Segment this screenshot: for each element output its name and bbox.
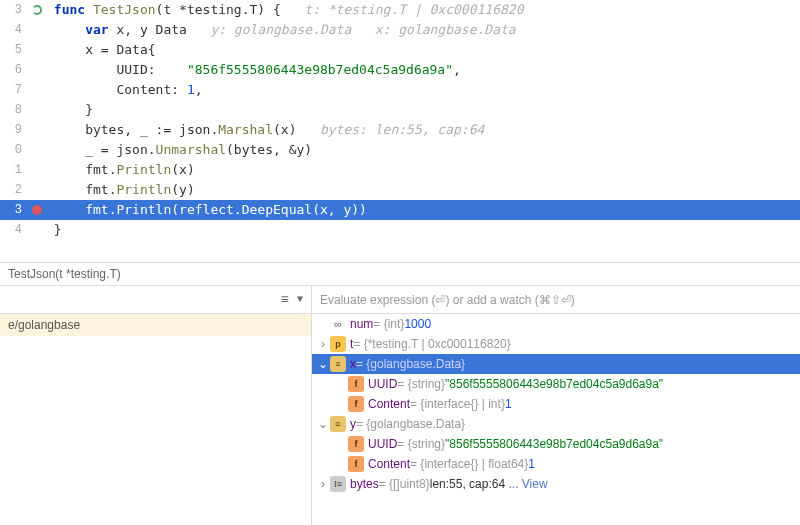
code-content[interactable]: _ = json.Unmarshal(bytes, &y) — [46, 140, 800, 160]
line-number: 6 — [0, 60, 28, 80]
var-row-content[interactable]: f Content = {interface{} | float64} 1 — [312, 454, 800, 474]
line-number: 4 — [0, 220, 28, 240]
code-content[interactable]: func TestJson(t *testing.T) { t: *testin… — [46, 0, 800, 20]
array-icon: ⁝≡ — [330, 476, 346, 492]
code-content[interactable]: UUID: "856f5555806443e98b7ed04c5a9d6a9a"… — [46, 60, 800, 80]
breakpoint-icon[interactable] — [28, 200, 46, 220]
line-number: 8 — [0, 100, 28, 120]
line-number: 4 — [0, 20, 28, 40]
struct-icon: ≡ — [330, 356, 346, 372]
line-number: 9 — [0, 120, 28, 140]
field-icon: f — [348, 436, 364, 452]
line-number: 3 — [0, 0, 28, 20]
infinity-icon: ∞ — [330, 316, 346, 332]
var-row-uuid[interactable]: f UUID = {string} "856f5555806443e98b7ed… — [312, 374, 800, 394]
frame-item[interactable]: e/golangbase — [0, 314, 311, 336]
frames-menu-icon[interactable]: ≡ — [281, 292, 289, 308]
frames-dropdown-icon[interactable]: ▼ — [297, 294, 303, 305]
struct-icon: ≡ — [330, 416, 346, 432]
gutter-run-icon[interactable] — [28, 0, 46, 20]
var-row-content[interactable]: f Content = {interface{} | int} 1 — [312, 394, 800, 414]
code-content[interactable]: x = Data{ — [46, 40, 800, 60]
code-content[interactable]: } — [46, 100, 800, 120]
var-row-num[interactable]: ∞ num = {int} 1000 — [312, 314, 800, 334]
line-number: 3 — [0, 200, 28, 220]
var-row-bytes[interactable]: ›⁝≡ bytes = {[]uint8} len:55, cap:64 ...… — [312, 474, 800, 494]
param-icon: p — [330, 336, 346, 352]
variables-tree[interactable]: ∞ num = {int} 1000 ›p t = {*testing.T | … — [312, 314, 800, 525]
debugger-panel: ≡ ▼ e/golangbase Evaluate expression (⏎)… — [0, 286, 800, 525]
expand-icon[interactable]: › — [316, 477, 330, 491]
view-link[interactable]: ... View — [508, 477, 547, 491]
code-editor[interactable]: 3 func TestJson(t *testing.T) { t: *test… — [0, 0, 800, 262]
code-content[interactable]: bytes, _ := json.Marshal(x) bytes: len:5… — [46, 120, 800, 140]
frames-panel: ≡ ▼ e/golangbase — [0, 286, 312, 525]
code-content[interactable]: var x, y Data y: golangbase.Data x: gola… — [46, 20, 800, 40]
variables-panel: Evaluate expression (⏎) or add a watch (… — [312, 286, 800, 525]
code-content[interactable]: fmt.Println(y) — [46, 180, 800, 200]
code-content[interactable]: fmt.Println(reflect.DeepEqual(x, y)) — [46, 200, 800, 220]
var-row-t[interactable]: ›p t = {*testing.T | 0xc000116820} — [312, 334, 800, 354]
var-row-x[interactable]: ⌄≡ x = {golangbase.Data} — [312, 354, 800, 374]
var-row-uuid[interactable]: f UUID = {string} "856f5555806443e98b7ed… — [312, 434, 800, 454]
code-content[interactable]: fmt.Println(x) — [46, 160, 800, 180]
line-number: 5 — [0, 40, 28, 60]
code-content[interactable]: Content: 1, — [46, 80, 800, 100]
code-content[interactable]: } — [46, 220, 800, 240]
breadcrumb[interactable]: TestJson(t *testing.T) — [0, 262, 800, 286]
line-number: 2 — [0, 180, 28, 200]
expand-icon[interactable]: › — [316, 337, 330, 351]
collapse-icon[interactable]: ⌄ — [316, 417, 330, 431]
field-icon: f — [348, 376, 364, 392]
collapse-icon[interactable]: ⌄ — [316, 357, 330, 371]
field-icon: f — [348, 396, 364, 412]
line-number: 7 — [0, 80, 28, 100]
line-number: 1 — [0, 160, 28, 180]
evaluate-expression-input[interactable]: Evaluate expression (⏎) or add a watch (… — [312, 286, 800, 314]
field-icon: f — [348, 456, 364, 472]
line-number: 0 — [0, 140, 28, 160]
var-row-y[interactable]: ⌄≡ y = {golangbase.Data} — [312, 414, 800, 434]
